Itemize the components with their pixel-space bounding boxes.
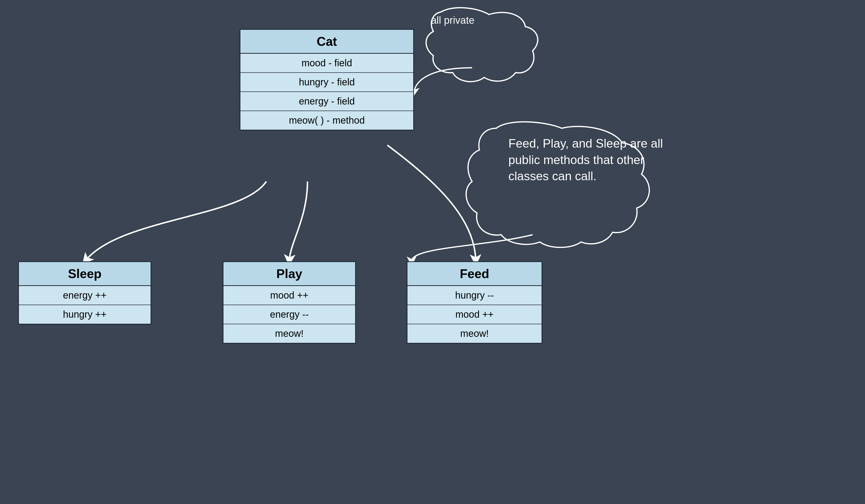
cat-field-energy: energy - field: [240, 92, 413, 111]
play-title: Play: [223, 262, 355, 286]
sleep-title: Sleep: [19, 262, 151, 286]
play-field-energy: energy --: [223, 305, 355, 324]
cat-field-meow: meow( ) - method: [240, 111, 413, 130]
cat-class-box: Cat mood - field hungry - field energy -…: [240, 29, 414, 130]
feed-title: Feed: [407, 262, 542, 286]
play-field-mood: mood ++: [223, 286, 355, 305]
feed-field-mood: mood ++: [407, 305, 542, 324]
feed-field-hungry: hungry --: [407, 286, 542, 305]
play-class-box: Play mood ++ energy -- meow!: [223, 261, 356, 343]
annotation-public-methods: Feed, Play, and Sleep are all public met…: [508, 136, 673, 185]
cat-field-mood: mood - field: [240, 54, 413, 73]
feed-field-meow: meow!: [407, 324, 542, 343]
annotation-all-private: all private: [431, 14, 474, 26]
cat-title: Cat: [240, 30, 413, 54]
play-field-meow: meow!: [223, 324, 355, 343]
feed-class-box: Feed hungry -- mood ++ meow!: [407, 261, 542, 343]
diagram-arrows: [0, 0, 865, 504]
sleep-field-energy: energy ++: [19, 286, 151, 305]
sleep-class-box: Sleep energy ++ hungry ++: [18, 261, 151, 325]
cat-field-hungry: hungry - field: [240, 73, 413, 92]
sleep-field-hungry: hungry ++: [19, 305, 151, 324]
